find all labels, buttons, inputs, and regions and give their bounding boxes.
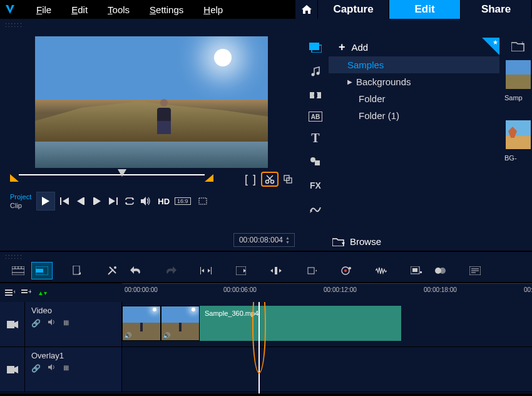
trim-bar[interactable]: [ ] (10, 173, 292, 185)
tools-button[interactable] (101, 262, 123, 279)
subtitle-button[interactable] (464, 262, 486, 279)
storyboard-view-button[interactable] (8, 262, 29, 279)
track-body[interactable]: 🔊 🔊 Sample_360.mp4 (122, 302, 532, 346)
transitions-icon[interactable] (306, 88, 325, 103)
svg-point-62 (439, 268, 446, 274)
checker-icon[interactable]: ▦ (63, 319, 69, 328)
bookmark-icon[interactable] (482, 38, 499, 55)
menu-edit[interactable]: Edit (63, 2, 96, 18)
undo-button[interactable] (125, 262, 146, 279)
aspect-badge[interactable]: 16:9 (175, 197, 191, 205)
ripple-button[interactable] (230, 262, 252, 279)
timeline-view-button[interactable] (31, 262, 53, 279)
volume-button[interactable] (139, 194, 153, 208)
link-icon[interactable]: 🔗 (31, 319, 41, 328)
menu-tools[interactable]: Tools (99, 2, 138, 18)
play-button[interactable] (36, 192, 55, 211)
tree-item-backgrounds[interactable]: ▶Backgrounds (329, 73, 499, 90)
insert-button[interactable] (300, 262, 322, 279)
menu-help[interactable]: Help (195, 2, 232, 18)
svg-marker-48 (243, 269, 246, 273)
media-library-icon[interactable] (306, 40, 325, 55)
copy-clip-button[interactable] (284, 175, 292, 184)
svg-rect-39 (36, 269, 43, 273)
expand-arrow-icon[interactable]: ▶ (347, 78, 352, 85)
music-icon[interactable] (306, 64, 325, 79)
camera-icon[interactable] (0, 302, 25, 346)
camera-icon[interactable] (0, 347, 25, 392)
add-folder-button[interactable]: + Add (329, 38, 499, 56)
browse-button[interactable]: Browse (332, 236, 381, 247)
svg-marker-9 (63, 197, 69, 205)
audio-button[interactable] (371, 262, 392, 279)
svg-rect-59 (412, 268, 417, 272)
panel-grip-left[interactable]: :::::: (0, 19, 302, 36)
hd-badge[interactable]: HD (158, 197, 170, 206)
tree-item-folder[interactable]: Folder (329, 90, 499, 107)
go-end-button[interactable] (106, 194, 120, 208)
video-clip[interactable]: 🔊 🔊 Sample_360.mp4 (122, 306, 401, 341)
tab-edit[interactable]: Edit (389, 0, 461, 19)
tree-item-folder-1[interactable]: Folder (1) (329, 107, 499, 124)
step-back-button[interactable] (74, 194, 88, 208)
top-tabs: Capture Edit Share (295, 0, 532, 19)
mark-in-button[interactable]: [ (245, 173, 248, 186)
svg-rect-12 (93, 197, 95, 205)
track-body[interactable] (122, 347, 532, 392)
add-track-button[interactable]: + (21, 289, 31, 296)
chapter-button[interactable] (406, 262, 427, 279)
panel-grip-bottom[interactable]: :::::: (0, 251, 532, 259)
svg-marker-54 (315, 269, 317, 273)
svg-marker-76 (48, 319, 52, 325)
fullscreen-button[interactable] (196, 194, 210, 208)
expand-button[interactable] (265, 262, 287, 279)
home-tab[interactable] (295, 0, 318, 19)
timecode-field[interactable]: 00:00:08:004 ▲▼ (233, 233, 295, 247)
menu-file[interactable]: File (28, 2, 60, 18)
svg-marker-49 (270, 269, 273, 273)
preview-video[interactable] (35, 36, 268, 168)
loop-button[interactable] (123, 194, 136, 208)
svg-marker-79 (48, 364, 52, 370)
timeline-ruler[interactable]: 00:00:00:00 00:00:06:00 00:00:12:00 00:0… (122, 283, 532, 302)
svg-marker-10 (77, 197, 83, 205)
svg-marker-0 (6, 5, 14, 14)
track-motion-button[interactable] (429, 262, 451, 279)
ruler-label: 00:00:12:00 (324, 286, 357, 293)
menu-settings[interactable]: Settings (141, 2, 192, 18)
tab-share[interactable]: Share (461, 0, 532, 19)
fit-width-button[interactable] (195, 262, 217, 279)
step-forward-button[interactable] (90, 194, 104, 208)
marker-button[interactable]: ▲▾ (38, 289, 47, 296)
go-start-button[interactable] (58, 194, 71, 208)
mute-icon[interactable] (48, 364, 56, 373)
mark-out-button[interactable]: ] (253, 173, 256, 186)
track-list-button[interactable]: + (5, 289, 15, 296)
svg-text:+: + (13, 289, 15, 295)
mute-icon[interactable] (48, 319, 56, 328)
link-icon[interactable]: 🔗 (31, 364, 41, 373)
trim-in-marker[interactable] (10, 174, 19, 182)
fx-icon[interactable]: FX (306, 178, 325, 193)
titles-t-icon[interactable]: T (306, 130, 325, 145)
checker-icon[interactable]: ▦ (63, 364, 69, 373)
record-button[interactable] (66, 262, 88, 279)
project-mode-label[interactable]: Project (10, 193, 31, 201)
svg-point-57 (349, 267, 351, 269)
effects-button[interactable] (335, 262, 357, 279)
thumbnail-sample[interactable] (506, 60, 531, 89)
graphics-icon[interactable] (306, 154, 325, 169)
trim-playhead[interactable] (118, 169, 126, 177)
thumbnail-bg[interactable] (506, 120, 531, 149)
track-video: Video 🔗 ▦ 🔊 🔊 Sample_360.mp4 (0, 302, 532, 347)
tab-capture[interactable]: Capture (318, 0, 389, 19)
timecode-spinner[interactable]: ▲▼ (285, 234, 293, 246)
new-folder-icon[interactable]: + (509, 40, 528, 53)
tree-item-samples[interactable]: Samples (329, 56, 499, 73)
path-icon[interactable] (306, 202, 325, 217)
clip-mode-label[interactable]: Clip (10, 202, 31, 209)
titles-ab-icon[interactable]: AB (309, 112, 322, 122)
trim-out-marker[interactable] (205, 174, 213, 182)
redo-button[interactable] (160, 262, 182, 279)
split-clip-button[interactable] (261, 172, 279, 187)
